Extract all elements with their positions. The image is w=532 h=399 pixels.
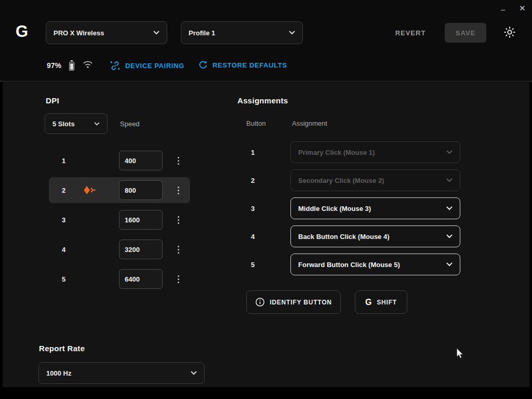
dpi-speed-input[interactable]	[119, 151, 163, 170]
wireless-signal-icon	[82, 60, 94, 72]
chevron-down-icon	[446, 206, 453, 210]
dpi-section-title: DPI	[46, 96, 59, 105]
assignment-row: 1 Primary Click (Mouse 1)	[246, 141, 460, 163]
dpi-speed-input[interactable]	[119, 269, 163, 289]
dpi-speed-input[interactable]	[119, 180, 163, 200]
dpi-row-menu-icon[interactable]	[174, 243, 183, 256]
chevron-down-icon	[446, 234, 453, 238]
chevron-down-icon	[289, 31, 295, 35]
app-header: – ✕ G PRO X Wireless Profile 1 REVERT SA…	[0, 0, 532, 82]
assignment-dropdown-disabled: Secondary Click (Mouse 2)	[290, 169, 460, 191]
dpi-row-menu-icon[interactable]	[174, 184, 183, 196]
dpi-slot-list: 1 2 3 4 5	[49, 148, 190, 296]
report-rate-value: 1000 Hz	[46, 369, 71, 377]
restore-defaults-button[interactable]: RESTORE DEFAULTS	[198, 60, 287, 70]
assignment-row: 4 Back Button Click (Mouse 4)	[246, 225, 460, 247]
assignment-button-number: 3	[251, 197, 255, 219]
assignment-dropdown-disabled: Primary Click (Mouse 1)	[290, 141, 460, 163]
dpi-row-menu-icon[interactable]	[174, 154, 183, 167]
chevron-down-icon	[446, 150, 453, 154]
dpi-slots-dropdown[interactable]: 5 Slots	[45, 113, 108, 134]
dpi-slots-value: 5 Slots	[52, 120, 75, 128]
g-shift-icon: G	[365, 298, 372, 307]
dpi-slot-number: 2	[62, 177, 65, 203]
assignment-row: 5 Forward Button Click (Mouse 5)	[246, 254, 460, 275]
dpi-row-active: 2	[49, 177, 190, 203]
chevron-down-icon	[446, 262, 453, 267]
assignment-value: Back Button Click (Mouse 4)	[298, 233, 390, 241]
chevron-down-icon	[446, 178, 453, 182]
assignment-value: Primary Click (Mouse 1)	[298, 149, 375, 156]
identify-button[interactable]: IDENTIFY BUTTON	[246, 290, 341, 314]
assignment-button-number: 5	[251, 254, 255, 275]
chevron-down-icon	[94, 122, 100, 126]
assignment-value: Secondary Click (Mouse 2)	[298, 177, 384, 184]
identify-button-label: IDENTIFY BUTTON	[270, 299, 332, 306]
device-pairing-button[interactable]: DEVICE PAIRING	[110, 60, 184, 71]
device-pairing-label: DEVICE PAIRING	[125, 62, 184, 70]
active-dpi-mouse-icon	[82, 185, 96, 197]
report-rate-title: Report Rate	[39, 344, 85, 353]
profile-selector-dropdown[interactable]: Profile 1	[181, 21, 303, 44]
settings-gear-icon[interactable]	[503, 25, 516, 39]
save-button[interactable]: SAVE	[445, 23, 486, 43]
shift-button[interactable]: G SHIFT	[355, 290, 407, 314]
chevron-down-icon	[191, 371, 197, 375]
device-pairing-icon	[110, 60, 121, 71]
revert-button[interactable]: REVERT	[393, 29, 428, 37]
logitech-g-logo: G	[12, 22, 31, 41]
battery-percent: 97%	[47, 61, 61, 70]
assignment-row: 2 Secondary Click (Mouse 2)	[246, 169, 460, 191]
device-selector-dropdown[interactable]: PRO X Wireless	[46, 21, 167, 44]
assignment-button-number: 1	[251, 141, 255, 163]
info-icon	[255, 297, 265, 307]
restore-defaults-label: RESTORE DEFAULTS	[212, 61, 287, 69]
report-rate-dropdown[interactable]: 1000 Hz	[38, 362, 205, 384]
dpi-slot-number: 1	[62, 148, 65, 174]
assignment-dropdown[interactable]: Middle Click (Mouse 3)	[290, 197, 460, 219]
assignment-dropdown[interactable]: Forward Button Click (Mouse 5)	[290, 254, 460, 275]
close-button[interactable]: ✕	[519, 4, 526, 12]
dpi-row: 1	[49, 148, 190, 174]
device-selector-value: PRO X Wireless	[54, 29, 104, 37]
assignment-dropdown[interactable]: Back Button Click (Mouse 4)	[290, 225, 460, 247]
header-separator	[0, 81, 532, 82]
profile-selector-value: Profile 1	[189, 29, 215, 37]
dpi-speed-input[interactable]	[119, 240, 163, 259]
dpi-row: 3	[49, 207, 190, 233]
button-column-label: Button	[246, 119, 266, 127]
assignment-value: Middle Click (Mouse 3)	[298, 205, 371, 212]
dpi-row: 5	[49, 266, 190, 292]
assignment-button-number: 2	[251, 169, 255, 191]
minimize-button[interactable]: –	[501, 5, 505, 13]
dpi-slot-number: 3	[62, 207, 65, 233]
chevron-down-icon	[153, 31, 159, 35]
dpi-row-menu-icon[interactable]	[174, 214, 183, 226]
dpi-row: 4	[49, 236, 190, 262]
dpi-speed-input[interactable]	[119, 210, 163, 230]
restore-defaults-icon	[198, 60, 208, 70]
assignment-value: Forward Button Click (Mouse 5)	[298, 261, 400, 269]
assignments-section-title: Assignments	[237, 96, 288, 105]
assignment-column-label: Assignment	[292, 119, 327, 127]
dpi-row-menu-icon[interactable]	[174, 273, 183, 285]
assignment-button-number: 4	[251, 225, 255, 247]
shift-button-label: SHIFT	[377, 299, 397, 306]
speed-column-label: Speed	[120, 120, 140, 128]
dpi-slot-number: 5	[62, 266, 65, 292]
assignment-row: 3 Middle Click (Mouse 3)	[246, 197, 460, 219]
battery-icon	[69, 62, 74, 71]
dpi-slot-number: 4	[62, 236, 65, 262]
assignment-list: 1 Primary Click (Mouse 1) 2 Secondary Cl…	[246, 141, 460, 282]
